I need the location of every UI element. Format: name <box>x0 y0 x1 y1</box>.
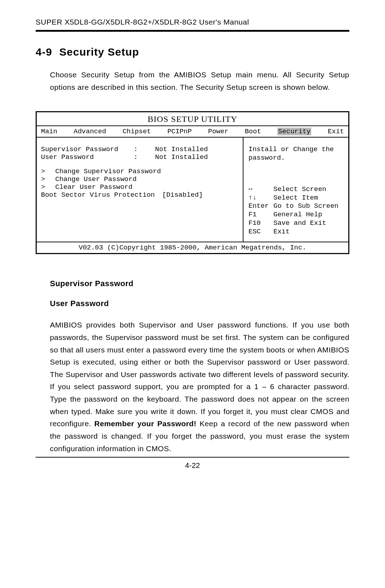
bios-menu-pcipnp[interactable]: PCIPnP <box>167 128 191 135</box>
bios-key-name: F10 <box>248 219 273 228</box>
bios-copyright: V02.03 (C)Copyright 1985-2000, American … <box>37 242 348 253</box>
bios-menu-exit[interactable]: Exit <box>328 128 344 135</box>
subheading-supervisor-password: Supervisor Password <box>50 279 349 288</box>
bios-title: BIOS SETUP UTILITY <box>37 112 348 125</box>
body-text-a: AMIBIOS provides both Supervisor and Use… <box>50 321 349 428</box>
section-heading: 4-9Security Setup <box>36 46 349 58</box>
bios-key-desc: Select Item <box>273 194 318 202</box>
section-number: 4-9 <box>36 46 52 58</box>
bios-option-label: Boot Sector Virus Protection <box>41 191 162 199</box>
footer-rule <box>36 457 349 458</box>
bios-key-name: Enter <box>248 202 273 211</box>
bios-menu-main[interactable]: Main <box>41 128 57 135</box>
running-head: SUPER X5DL8-GG/X5DLR-8G2+/X5DLR-8G2 User… <box>36 18 349 30</box>
bios-status-value: Not Installed <box>155 153 238 161</box>
bios-key-row: F10 Save and Exit <box>248 219 345 228</box>
page-number: 4-22 <box>36 461 349 470</box>
bios-option-value: [Disabled] <box>162 191 203 199</box>
bios-menu-security[interactable]: Security <box>277 128 311 135</box>
intro-paragraph: Choose Security Setup from the AMIBIOS S… <box>50 69 349 93</box>
bios-menu-power[interactable]: Power <box>208 128 229 135</box>
bios-key-desc: General Help <box>273 211 322 219</box>
manual-page: SUPER X5DL8-GG/X5DLR-8G2+/X5DLR-8G2 User… <box>0 0 385 588</box>
bios-action-label: Change User Password <box>55 175 137 183</box>
bios-menubar: Main Advanced Chipset PCIPnP Power Boot … <box>37 125 348 138</box>
chevron-right-icon: > <box>41 175 55 183</box>
bios-key-desc: Exit <box>273 228 290 236</box>
chevron-right-icon: > <box>41 167 55 175</box>
bios-right-pane: Install or Change the password. ↔ Select… <box>243 138 348 242</box>
bios-key-row: ESC Exit <box>248 228 345 236</box>
section-title: Security Setup <box>59 46 139 58</box>
subheading-user-password: User Password <box>50 299 349 308</box>
bios-key-desc: Save and Exit <box>273 219 326 228</box>
bios-menu-chipset[interactable]: Chipset <box>123 128 151 135</box>
bios-key-row: F1 General Help <box>248 211 345 219</box>
bios-action-label: Clear User Password <box>55 183 133 191</box>
bios-body: Supervisor Password : Not Installed User… <box>37 138 348 242</box>
bios-action-change-supervisor[interactable]: > Change Supervisor Password <box>41 167 238 175</box>
bios-menu-boot[interactable]: Boot <box>245 128 261 135</box>
bios-action-label: Change Supervisor Password <box>55 167 161 175</box>
bios-status-row: Supervisor Password : Not Installed <box>41 145 238 153</box>
bios-action-clear-user[interactable]: > Clear User Password <box>41 183 238 191</box>
bios-help-text: Install or Change the password. <box>248 145 345 163</box>
bios-status-label: User Password <box>41 153 134 161</box>
bios-key-legend: ↔ Select Screen ↑↓ Select Item Enter Go … <box>248 185 345 236</box>
arrows-lr-icon: ↔ <box>248 185 273 194</box>
bios-status-value: Not Installed <box>155 145 238 153</box>
bios-key-row: ↑↓ Select Item <box>248 194 345 202</box>
bios-key-row: Enter Go to Sub Screen <box>248 202 345 211</box>
bios-screenshot: BIOS SETUP UTILITY Main Advanced Chipset… <box>36 111 349 254</box>
bios-status-row: User Password : Not Installed <box>41 153 238 161</box>
header-rule <box>36 30 349 32</box>
body-paragraph: AMIBIOS provides both Supervisor and Use… <box>50 319 349 455</box>
bios-menu-advanced[interactable]: Advanced <box>74 128 106 135</box>
bios-colon: : <box>134 153 155 161</box>
bios-key-name: F1 <box>248 211 273 219</box>
chevron-right-icon: > <box>41 183 55 191</box>
bios-key-row: ↔ Select Screen <box>248 185 345 194</box>
bios-colon: : <box>134 145 155 153</box>
bios-key-desc: Go to Sub Screen <box>273 202 338 211</box>
body-text-bold: Remember your Password! <box>94 419 196 428</box>
bios-key-name: ESC <box>248 228 273 236</box>
bios-key-desc: Select Screen <box>273 185 326 194</box>
bios-option-row[interactable]: Boot Sector Virus Protection [Disabled] <box>41 191 238 199</box>
bios-action-change-user[interactable]: > Change User Password <box>41 175 238 183</box>
bios-left-pane: Supervisor Password : Not Installed User… <box>37 138 243 242</box>
bios-status-label: Supervisor Password <box>41 145 134 153</box>
arrows-ud-icon: ↑↓ <box>248 194 273 202</box>
